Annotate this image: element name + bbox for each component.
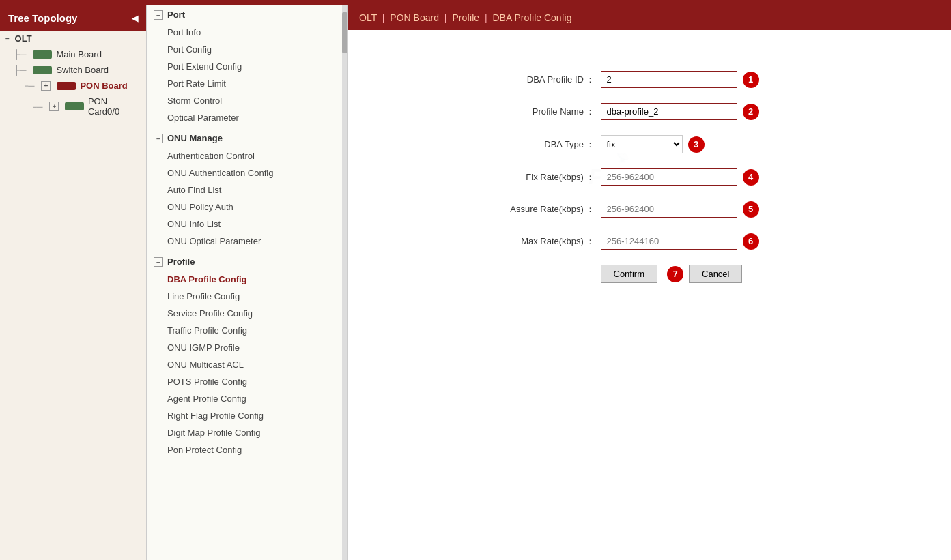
profile-name-input[interactable] bbox=[601, 103, 737, 120]
step-badge-6: 6 bbox=[743, 233, 759, 250]
nav-section-label-onu-manage: ONU Manage bbox=[167, 133, 223, 143]
nav-section-onu-manage: – ONU Manage Authentication Control ONU … bbox=[147, 129, 347, 250]
nav-item-right-flag-profile-config[interactable]: Right Flag Profile Config bbox=[147, 407, 347, 424]
icon-main-board bbox=[33, 50, 52, 59]
nav-section-port: – Port Port Info Port Config Port Extend… bbox=[147, 5, 347, 126]
step-badge-4: 4 bbox=[743, 169, 759, 186]
step-badge-3: 3 bbox=[688, 136, 705, 153]
icon-pon-card bbox=[65, 102, 84, 110]
nav-section-profile: – Profile DBA Profile Config Line Profil… bbox=[147, 252, 347, 458]
breadcrumb: OLT | PON Board | Profile | DBA Profile … bbox=[348, 5, 951, 30]
step-badge-7: 7 bbox=[667, 266, 683, 282]
max-rate-input[interactable] bbox=[601, 233, 737, 250]
nav-item-agent-profile-config[interactable]: Agent Profile Config bbox=[147, 390, 347, 407]
profile-name-label: Profile Name ： bbox=[459, 106, 595, 118]
nav-section-header-profile[interactable]: – Profile bbox=[147, 252, 347, 271]
nav-item-pots-profile-config[interactable]: POTS Profile Config bbox=[147, 373, 347, 390]
assure-rate-label: Assure Rate(kbps) ： bbox=[459, 203, 595, 216]
sidebar: Tree Topology ◀ – OLT ├─ Main Board ├─ S… bbox=[0, 5, 147, 560]
collapse-port-icon: – bbox=[154, 10, 163, 20]
breadcrumb-pon-board: PON Board bbox=[390, 12, 439, 23]
nav-section-label-profile: Profile bbox=[167, 256, 195, 267]
tree-node-olt[interactable]: – OLT bbox=[0, 31, 146, 46]
dba-profile-id-input[interactable] bbox=[601, 71, 737, 88]
nav-item-authentication-control[interactable]: Authentication Control bbox=[147, 147, 347, 164]
nav-item-auto-find-list[interactable]: Auto Find List bbox=[147, 181, 347, 198]
nav-item-port-extend-config[interactable]: Port Extend Config bbox=[147, 58, 347, 75]
tree-label-olt: OLT bbox=[15, 33, 32, 44]
form-row-dba-profile-id: DBA Profile ID ： 1 bbox=[459, 71, 841, 88]
content: OLT | PON Board | Profile | DBA Profile … bbox=[348, 5, 951, 560]
nav-item-optical-parameter[interactable]: Optical Parameter bbox=[147, 109, 347, 126]
connector-switch-board: ├─ bbox=[14, 65, 26, 75]
tree-label-pon-card: PON Card0/0 bbox=[88, 96, 141, 117]
nav-section-header-port[interactable]: – Port bbox=[147, 5, 347, 24]
tree-label-main-board: Main Board bbox=[56, 49, 101, 59]
dba-profile-id-label: DBA Profile ID ： bbox=[459, 74, 595, 86]
breadcrumb-olt: OLT bbox=[359, 12, 377, 23]
collapse-profile-icon: – bbox=[154, 257, 163, 267]
nav-item-onu-policy-auth[interactable]: ONU Policy Auth bbox=[147, 198, 347, 216]
nav-item-dba-profile-config[interactable]: DBA Profile Config bbox=[147, 271, 347, 288]
form-container: ForoISP 📡 DBA Profile ID ： 1 Profile Nam… bbox=[445, 57, 855, 297]
nav-section-header-onu-manage[interactable]: – ONU Manage bbox=[147, 129, 347, 147]
tree-node-switch-board[interactable]: ├─ Switch Board bbox=[0, 62, 146, 78]
nav-item-pon-protect-config[interactable]: Pon Protect Config bbox=[147, 441, 347, 458]
sidebar-collapse-icon[interactable]: ◀ bbox=[132, 14, 138, 23]
nav-item-storm-control[interactable]: Storm Control bbox=[147, 92, 347, 109]
nav-item-onu-igmp-profile[interactable]: ONU IGMP Profile bbox=[147, 339, 347, 356]
nav-item-onu-multicast-acl[interactable]: ONU Multicast ACL bbox=[147, 356, 347, 373]
nav-item-line-profile-config[interactable]: Line Profile Config bbox=[147, 288, 347, 305]
connector-main-board: ├─ bbox=[14, 49, 26, 59]
cancel-button[interactable]: Cancel bbox=[689, 265, 742, 283]
connector-pon-board: ├─ bbox=[22, 80, 34, 91]
step-badge-2: 2 bbox=[743, 104, 759, 120]
nav-item-service-profile-config[interactable]: Service Profile Config bbox=[147, 305, 347, 322]
top-bar bbox=[0, 0, 951, 5]
form-row-assure-rate: Assure Rate(kbps) ： 5 bbox=[459, 201, 841, 218]
confirm-button[interactable]: Confirm bbox=[601, 265, 658, 283]
form-row-profile-name: Profile Name ： 2 bbox=[459, 103, 841, 120]
collapse-onu-icon: – bbox=[154, 134, 163, 143]
nav-section-label-port: Port bbox=[167, 10, 185, 20]
scrollbar-thumb[interactable] bbox=[342, 12, 347, 53]
nav-item-onu-info-list[interactable]: ONU Info List bbox=[147, 216, 347, 233]
scrollbar-track[interactable] bbox=[342, 5, 347, 560]
fix-rate-label: Fix Rate(kbps) ： bbox=[459, 171, 595, 183]
connector-pon-card: └─ bbox=[30, 102, 42, 112]
nav-item-port-rate-limit[interactable]: Port Rate Limit bbox=[147, 75, 347, 92]
form-row-dba-type: DBA Type ： fix assured max assured+max f… bbox=[459, 135, 841, 153]
step-badge-1: 1 bbox=[743, 72, 759, 88]
icon-switch-board bbox=[33, 66, 52, 74]
max-rate-label: Max Rate(kbps) ： bbox=[459, 235, 595, 248]
nav-item-port-config[interactable]: Port Config bbox=[147, 41, 347, 58]
tree-label-pon-board: PON Board bbox=[80, 80, 127, 91]
nav-item-onu-authentication-config[interactable]: ONU Authentication Config bbox=[147, 164, 347, 181]
form-row-fix-rate: Fix Rate(kbps) ： 4 bbox=[459, 168, 841, 186]
dba-type-select[interactable]: fix assured max assured+max fix+assured+… bbox=[601, 135, 683, 153]
sidebar-title: Tree Topology bbox=[8, 12, 77, 24]
nav-item-digit-map-profile-config[interactable]: Digit Map Profile Config bbox=[147, 424, 347, 441]
assure-rate-input[interactable] bbox=[601, 201, 737, 218]
fix-rate-input[interactable] bbox=[601, 168, 737, 186]
dba-type-label: DBA Type ： bbox=[459, 138, 595, 151]
nav-panel: – Port Port Info Port Config Port Extend… bbox=[147, 5, 348, 560]
step-badge-5: 5 bbox=[743, 201, 759, 218]
tree-node-pon-board[interactable]: ├─ + PON Board bbox=[0, 78, 146, 93]
tree-label-switch-board: Switch Board bbox=[56, 65, 109, 75]
icon-pon-board bbox=[57, 82, 76, 90]
expand-icon-pon-board: + bbox=[41, 81, 51, 91]
nav-item-traffic-profile-config[interactable]: Traffic Profile Config bbox=[147, 322, 347, 339]
sidebar-header[interactable]: Tree Topology ◀ bbox=[0, 5, 146, 31]
expand-icon-olt: – bbox=[5, 35, 10, 42]
breadcrumb-dba-profile-config: DBA Profile Config bbox=[492, 12, 571, 23]
btn-row: Confirm 7 Cancel bbox=[459, 265, 841, 283]
breadcrumb-profile: Profile bbox=[452, 12, 479, 23]
form-row-max-rate: Max Rate(kbps) ： 6 bbox=[459, 233, 841, 250]
expand-icon-pon-card: + bbox=[49, 102, 59, 111]
main-content: ForoISP 📡 DBA Profile ID ： 1 Profile Nam… bbox=[348, 30, 951, 560]
nav-item-onu-optical-parameter[interactable]: ONU Optical Parameter bbox=[147, 233, 347, 250]
tree-node-pon-card[interactable]: └─ + PON Card0/0 bbox=[0, 93, 146, 119]
tree-node-main-board[interactable]: ├─ Main Board bbox=[0, 46, 146, 62]
nav-item-port-info[interactable]: Port Info bbox=[147, 24, 347, 41]
